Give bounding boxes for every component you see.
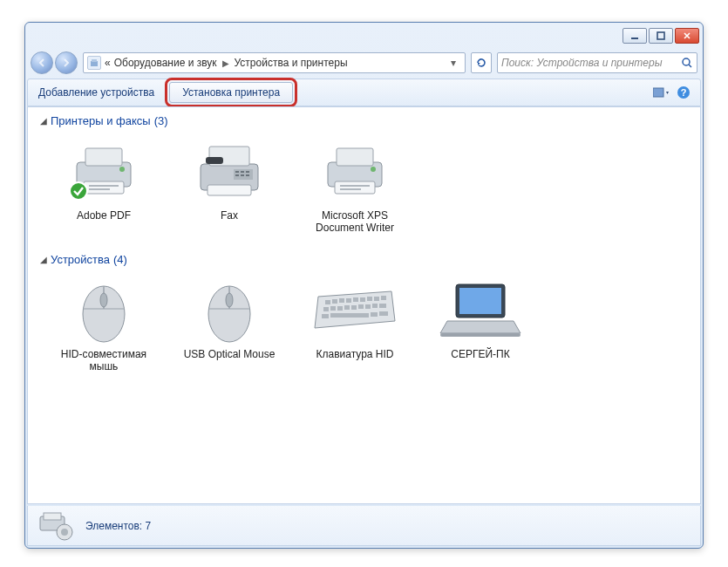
device-item-fax[interactable]: Fax: [181, 136, 277, 234]
group-header-printers[interactable]: ◢ Принтеры и факсы (3): [28, 107, 700, 131]
details-pane: Элементов: 7: [27, 506, 701, 546]
item-label: Fax: [181, 209, 277, 222]
svg-rect-56: [371, 312, 378, 317]
mouse-icon: [186, 275, 273, 345]
device-item-adobe-pdf[interactable]: Adobe PDF: [56, 136, 152, 234]
search-placeholder: Поиск: Устройства и принтеры: [501, 57, 662, 69]
mouse-icon: [60, 275, 147, 345]
highlight-annotation: Установка принтера: [165, 78, 297, 107]
chevron-right-icon: ▶: [221, 58, 231, 68]
svg-rect-17: [206, 157, 223, 164]
breadcrumb-segment[interactable]: Устройства и принтеры: [235, 57, 348, 69]
svg-rect-60: [440, 333, 520, 337]
group-count: (3): [154, 114, 168, 127]
svg-rect-38: [339, 298, 344, 303]
forward-button[interactable]: [55, 51, 78, 74]
devices-summary-icon: [38, 511, 75, 541]
install-printer-button[interactable]: Установка принтера: [169, 82, 293, 103]
add-device-button[interactable]: Добавление устройства: [28, 81, 165, 104]
svg-rect-46: [330, 306, 336, 311]
svg-rect-24: [241, 174, 244, 176]
svg-rect-42: [367, 297, 372, 301]
item-label: Adobe PDF: [56, 209, 152, 222]
svg-point-35: [226, 293, 233, 307]
svg-point-64: [61, 529, 68, 536]
maximize-button[interactable]: [649, 28, 673, 44]
svg-rect-9: [85, 148, 122, 166]
breadcrumb-chevrons: «: [105, 57, 111, 69]
svg-point-13: [119, 167, 125, 172]
svg-rect-37: [332, 299, 337, 304]
breadcrumb-segment[interactable]: Оборудование и звук: [114, 57, 217, 69]
svg-rect-29: [340, 185, 370, 187]
svg-rect-18: [208, 185, 251, 195]
laptop-icon: [437, 275, 524, 345]
group-header-devices[interactable]: ◢ Устройства (4): [28, 246, 700, 270]
svg-rect-25: [246, 174, 249, 176]
group-count: (4): [113, 253, 127, 266]
group-title: Принтеры и факсы: [51, 114, 151, 127]
svg-rect-54: [322, 314, 329, 318]
address-dropdown-icon[interactable]: ▾: [446, 57, 461, 69]
item-label: Microsoft XPS Document Writer: [307, 209, 403, 234]
keyboard-icon: [311, 275, 398, 345]
svg-rect-21: [241, 171, 244, 173]
collapse-triangle-icon: ◢: [40, 116, 47, 126]
svg-point-31: [371, 167, 376, 172]
explorer-window: « Оборудование и звук ▶ Устройства и при…: [24, 22, 704, 549]
svg-rect-10: [84, 181, 124, 194]
device-item-keyboard[interactable]: Клавиатура HID: [307, 275, 403, 372]
default-check-icon: [69, 181, 88, 201]
svg-rect-53: [379, 304, 386, 308]
close-button[interactable]: [675, 28, 699, 44]
search-input[interactable]: Поиск: Устройства и принтеры: [497, 52, 697, 73]
address-bar[interactable]: « Оборудование и звук ▶ Устройства и при…: [83, 52, 466, 73]
svg-rect-49: [351, 305, 357, 310]
svg-rect-45: [323, 307, 329, 311]
printer-icon: [311, 136, 398, 206]
search-icon: [681, 57, 693, 69]
item-label: HID-совместимая мышь: [56, 348, 152, 372]
svg-rect-62: [44, 513, 61, 520]
svg-rect-51: [365, 304, 371, 309]
back-button[interactable]: [31, 51, 53, 74]
svg-rect-43: [374, 297, 379, 301]
svg-rect-22: [246, 171, 249, 173]
svg-rect-55: [330, 313, 369, 318]
content-area: ◢ Принтеры и факсы (3): [27, 106, 701, 504]
svg-point-33: [100, 293, 107, 307]
fax-icon: [186, 136, 273, 206]
svg-rect-44: [381, 296, 386, 300]
device-item-computer[interactable]: СЕРГЕЙ-ПК: [432, 275, 528, 372]
svg-rect-50: [358, 304, 364, 309]
help-button[interactable]: ?: [676, 85, 691, 100]
svg-rect-52: [372, 304, 378, 308]
device-item-xps[interactable]: Microsoft XPS Document Writer: [307, 136, 403, 234]
svg-rect-3: [92, 59, 97, 62]
device-item-hid-mouse[interactable]: HID-совместимая мышь: [56, 275, 152, 372]
nav-buttons: [31, 51, 78, 74]
elements-count-label: Элементов: 7: [85, 520, 151, 532]
item-label: Клавиатура HID: [307, 348, 403, 360]
refresh-icon: [475, 57, 487, 69]
svg-rect-57: [379, 311, 388, 316]
device-item-usb-mouse[interactable]: USB Optical Mouse: [181, 275, 277, 372]
minimize-button[interactable]: [623, 28, 647, 44]
group-title: Устройства: [51, 253, 110, 266]
svg-rect-23: [235, 174, 239, 176]
command-bar: Добавление устройства Установка принтера…: [27, 79, 701, 106]
svg-rect-39: [346, 298, 351, 303]
svg-rect-12: [89, 188, 110, 190]
svg-rect-20: [235, 171, 239, 173]
svg-rect-47: [337, 306, 343, 311]
view-options-button[interactable]: [653, 85, 669, 100]
toolbar-right: ?: [653, 85, 700, 100]
location-icon: [87, 56, 101, 70]
refresh-button[interactable]: [471, 52, 492, 73]
svg-rect-11: [89, 185, 119, 187]
printers-row: Adobe PDF Fax: [28, 131, 700, 246]
printer-icon: [60, 136, 147, 206]
svg-rect-1: [657, 32, 664, 39]
svg-point-14: [70, 182, 87, 200]
item-label: USB Optical Mouse: [181, 348, 277, 360]
